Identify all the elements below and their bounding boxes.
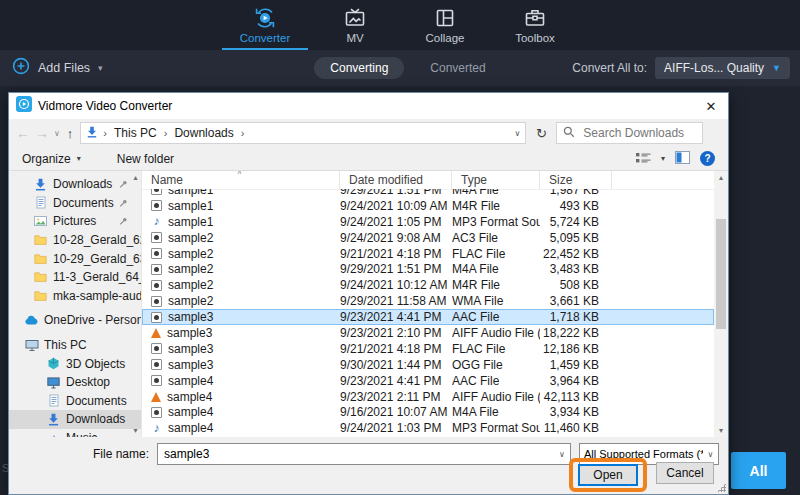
document-icon [46,394,61,407]
vlc-cone-icon [151,328,161,338]
scroll-down-icon[interactable]: ▾ [719,426,723,435]
sidebar-item-10-29-gerald-63[interactable]: 10-29_Gerald_63_ [9,249,141,268]
sidebar-item-music[interactable]: ♪Music [9,429,141,437]
column-header-size[interactable]: Size [540,171,612,189]
breadcrumb-this-pc[interactable]: This PC [112,126,159,140]
address-caret-icon[interactable]: ∨ [515,129,521,138]
file-row-sample4-aac-file[interactable]: sample49/23/2021 4:41 PMAAC File3,964 KB [142,373,714,389]
column-header-type[interactable]: Type [452,171,540,189]
up-icon[interactable]: ↑ [67,126,74,141]
open-button[interactable]: Open [578,464,638,486]
scroll-down-icon[interactable]: ▾ [133,426,137,435]
file-row-sample1-mp3-format-sound[interactable]: ♪sample19/24/2021 1:05 PMMP3 Format Soun… [142,214,714,230]
file-row-sample3-aac-file[interactable]: sample39/23/2021 4:41 PMAAC File1,718 KB [142,309,714,325]
scroll-up-icon[interactable]: ▴ [133,173,137,182]
sidebar: DownloadsDocumentsPictures10-28_Gerald_6… [9,171,141,437]
convert-all-button[interactable]: All [731,452,786,489]
file-row-sample4-m4a-file[interactable]: sample49/16/2021 10:07 AMM4A File3,934 K… [142,404,714,420]
file-row-sample2-m4a-file[interactable]: sample29/29/2021 1:51 PMM4A File3,483 KB [142,261,714,277]
organize-button[interactable]: Organize ▾ [22,152,81,166]
column-header-date-modified[interactable]: Date modified [340,171,452,189]
sidebar-item-pictures[interactable]: Pictures [9,212,141,231]
history-caret-icon[interactable]: ∨ [54,129,60,138]
converting-tab[interactable]: Converting [314,57,404,79]
file-name: sample1 [168,215,213,229]
tab-mv[interactable]: MV [312,0,398,50]
file-type: MP3 Format Sound [452,421,540,435]
cloud-icon [24,314,39,326]
file-date: 9/24/2021 1:03 PM [340,421,452,435]
sidebar-item-downloads[interactable]: Downloads [9,175,141,194]
file-row-sample2-wma-file[interactable]: sample29/29/2021 11:58 AMWMA File3,661 K… [142,293,714,309]
sidebar-item-mka-sample-aud[interactable]: mka-sample-aud [9,287,141,306]
file-row-sample3-ogg-file[interactable]: sample39/30/2021 1:44 PMOGG File1,459 KB [142,357,714,373]
file-date: 9/21/2021 4:18 PM [340,247,452,261]
cancel-button[interactable]: Cancel [656,462,714,484]
help-icon[interactable]: ? [700,151,715,166]
view-mode-caret-icon[interactable]: ▾ [661,154,665,163]
resize-grip-icon[interactable] [717,483,726,492]
sidebar-item-documents[interactable]: Documents [9,392,141,411]
sidebar-item-downloads[interactable]: Downloads [9,410,141,429]
file-row-sample3-flac-file[interactable]: sample39/21/2021 4:18 PMFLAC File12,186 … [142,341,714,357]
file-size: 5,724 KB [540,215,612,229]
file-rows: sample19/29/2021 1:51 PMM4A File1,987 KB… [142,189,714,436]
address-bar[interactable]: › This PC › Downloads › ∨ [80,122,526,144]
new-folder-button[interactable]: New folder [117,152,174,166]
file-type-caret-icon: ∨ [703,450,718,459]
file-date: 9/24/2021 10:09 AM [340,199,452,213]
file-size: 12,186 KB [540,342,612,356]
file-type: M4R File [452,278,540,292]
pin-icon [119,175,128,193]
converted-tab[interactable]: Converted [430,61,485,75]
media-file-icon [151,312,162,323]
search-input[interactable] [581,125,695,141]
sidebar-item-10-28-gerald-62[interactable]: 10-28_Gerald_62_ [9,231,141,250]
file-date: 9/29/2021 1:51 PM [340,262,452,276]
file-name-input[interactable] [158,447,554,461]
file-row-sample2-ac3-file[interactable]: sample29/24/2021 9:08 AMAC3 File5,095 KB [142,230,714,246]
search-box[interactable] [556,122,703,144]
file-row-sample1-m4r-file[interactable]: sample19/24/2021 10:09 AMM4R File493 KB [142,198,714,214]
file-type: AIFF Audio File (V... [452,326,540,340]
file-size: 11,460 KB [540,421,612,435]
forward-icon[interactable]: → [35,126,49,140]
sidebar-item-documents[interactable]: Documents [9,194,141,213]
back-icon[interactable]: ← [16,126,30,140]
file-row-sample3-aiff-audio-file-v[interactable]: sample39/23/2021 2:10 PMAIFF Audio File … [142,325,714,341]
file-row-sample1-m4a-file[interactable]: sample19/29/2021 1:51 PMM4A File1,987 KB [142,189,714,198]
tab-collage[interactable]: Collage [402,0,488,50]
scroll-up-icon[interactable]: ▴ [719,173,723,182]
breadcrumb-downloads[interactable]: Downloads [172,126,235,140]
sidebar-item-11-3-gerald-64-4[interactable]: 11-3_Gerald_64_4 [9,268,141,287]
file-name: sample4 [167,390,212,404]
sidebar-item-3d-objects[interactable]: 3D Objects [9,354,141,373]
file-row-sample4-mp3-format-sound[interactable]: ♪sample49/24/2021 1:03 PMMP3 Format Soun… [142,420,714,436]
close-icon[interactable]: ✕ [694,93,728,119]
tab-mv-label: MV [346,32,363,44]
tab-toolbox[interactable]: Toolbox [492,0,578,50]
tab-converter[interactable]: Converter [222,0,308,50]
dialog-footer: File name: ∨ All Supported Formats (*.ts… [9,437,728,494]
breadcrumb-sep-icon: › [236,127,250,139]
file-name-label: File name: [9,447,157,461]
breadcrumb-sep-icon: › [159,127,173,139]
output-format-dropdown[interactable]: AIFF-Los... Quality ▼ [655,57,790,79]
file-name: sample1 [168,199,213,213]
file-name-caret-icon[interactable]: ∨ [554,450,570,459]
file-row-sample2-m4r-file[interactable]: sample29/24/2021 10:12 AMM4R File508 KB [142,277,714,293]
file-row-sample2-flac-file[interactable]: sample29/21/2021 4:18 PMFLAC File22,452 … [142,246,714,262]
sidebar-scrollbar[interactable]: ▴ ▾ [130,171,141,437]
file-name-combo[interactable]: ∨ [157,443,571,465]
preview-pane-icon[interactable] [675,150,690,168]
refresh-icon[interactable]: ↻ [531,126,551,141]
sidebar-item-desktop[interactable]: Desktop [9,373,141,392]
file-list-scrollbar[interactable]: ▴ ▾ [714,171,728,437]
file-size: 1,459 KB [540,358,612,372]
view-mode-icon[interactable] [636,150,651,168]
sidebar-item-onedrive-person[interactable]: OneDrive - Person [9,311,141,330]
sidebar-item-this-pc[interactable]: This PC [9,336,141,355]
file-date: 9/23/2021 4:41 PM [340,374,452,388]
file-row-sample4-aiff-audio-file-v[interactable]: sample49/23/2021 2:11 PMAIFF Audio File … [142,389,714,405]
scrollbar-thumb[interactable] [716,219,726,329]
